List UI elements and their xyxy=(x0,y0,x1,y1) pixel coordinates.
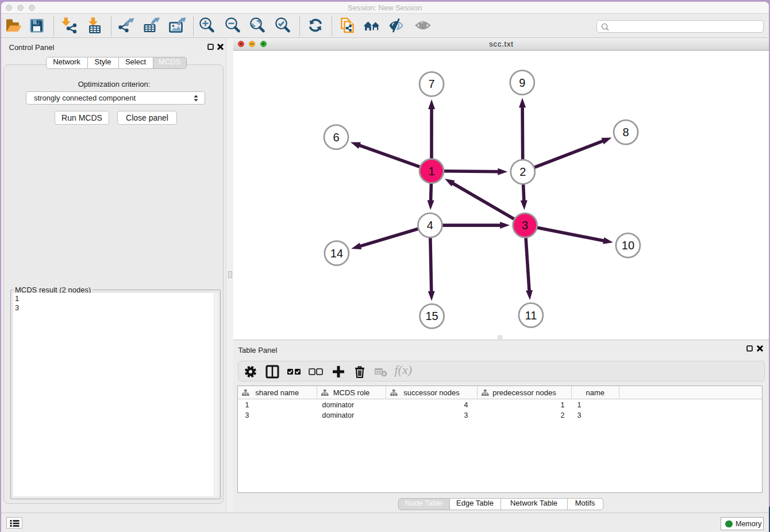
svg-text:9: 9 xyxy=(519,76,525,89)
svg-text:6: 6 xyxy=(333,131,339,144)
svg-text:10: 10 xyxy=(621,239,634,252)
svg-text:1: 1 xyxy=(428,165,434,178)
svg-text:4: 4 xyxy=(426,219,433,232)
svg-text:7: 7 xyxy=(428,78,434,90)
svg-text:3: 3 xyxy=(522,219,528,232)
svg-text:15: 15 xyxy=(425,310,438,322)
svg-text:14: 14 xyxy=(330,247,342,260)
svg-text:8: 8 xyxy=(622,126,629,138)
svg-text:11: 11 xyxy=(525,309,537,322)
svg-text:2: 2 xyxy=(519,165,526,178)
